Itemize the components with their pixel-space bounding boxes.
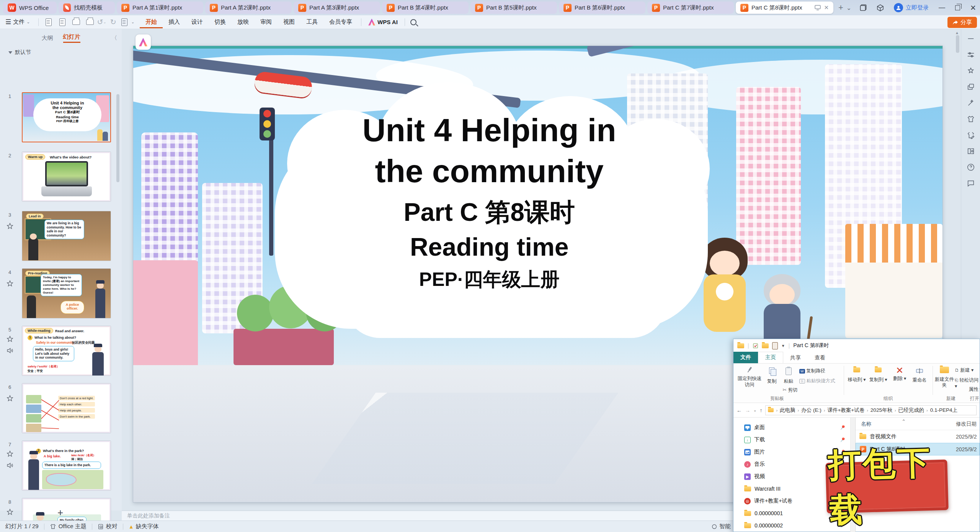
copy-to-button[interactable]: 复制到 ▾ — [868, 367, 888, 383]
tab-doc-1[interactable]: PPart A 第1课时.pptx — [117, 2, 203, 14]
explorer-tab-home[interactable]: 主页 — [758, 352, 783, 363]
print-preview-button[interactable] — [85, 18, 95, 27]
animation-star-icon[interactable] — [6, 280, 14, 287]
explorer-tab-share[interactable]: 共享 — [783, 352, 808, 363]
back-icon[interactable]: ← — [737, 407, 742, 413]
tab-view[interactable]: 视图 — [278, 16, 301, 28]
crumb-this-pc[interactable]: 此电脑 — [780, 407, 795, 414]
undo-button[interactable]: ↺ — [97, 18, 103, 26]
wps-ai-button[interactable]: WPS AI — [368, 19, 398, 26]
column-date[interactable]: 修改日期 — [956, 421, 977, 428]
audio-icon[interactable] — [6, 462, 14, 469]
tab-docer[interactable]: 找稻壳模板 — [59, 2, 115, 14]
close-tab-icon[interactable]: ✕ — [824, 4, 829, 11]
tab-doc-4[interactable]: PPart B 第4课时.pptx — [382, 2, 469, 14]
tab-member[interactable]: 会员专享 — [323, 16, 358, 28]
layout-shapes-icon[interactable] — [967, 83, 975, 91]
animation-star-icon[interactable] — [6, 450, 14, 458]
theme-edit-icon[interactable] — [967, 131, 975, 139]
slide-thumbnail-3[interactable]: Lead in We are living in a big community… — [22, 211, 111, 261]
effects-star-icon[interactable] — [967, 67, 975, 75]
file-menu-button[interactable]: ☰文件⌄ — [0, 18, 35, 26]
tab-insert[interactable]: 插入 — [163, 16, 186, 28]
format-painter-chevron-icon[interactable]: ⌄ — [131, 20, 134, 24]
tab-tools[interactable]: 工具 — [301, 16, 323, 28]
qat-properties-icon[interactable] — [753, 343, 758, 349]
slide-thumbnail-6[interactable]: Look, read and match. Match the pictures… — [22, 383, 111, 433]
forward-icon[interactable]: → — [745, 407, 750, 413]
present-monitor-icon[interactable] — [815, 5, 821, 10]
tab-list-chevron-icon[interactable]: ⌄ — [846, 4, 851, 11]
column-name[interactable]: 名称 — [861, 421, 871, 428]
reader-book-icon[interactable] — [967, 147, 975, 155]
new-folder-button[interactable]: 新建文件夹 — [935, 367, 954, 388]
tab-doc-2[interactable]: PPart A 第2课时.pptx — [205, 2, 292, 14]
missing-font-button[interactable]: 缺失字体 — [136, 523, 159, 530]
tab-design[interactable]: 设计 — [186, 16, 209, 28]
theme-button[interactable]: Office 主题 — [59, 523, 87, 530]
crumb-folder[interactable]: 已经完成的 — [898, 407, 924, 414]
cut-button[interactable]: ✂ 剪切 — [779, 387, 801, 393]
minimize-button[interactable]: — — [939, 4, 945, 11]
login-button[interactable]: 立即登录 — [894, 3, 929, 12]
tab-doc-5[interactable]: PPart B 第5课时.pptx — [470, 2, 557, 14]
smart-beautify-button[interactable]: 智能 — [711, 523, 731, 530]
workspace-icon[interactable] — [860, 4, 867, 11]
copy-button[interactable]: 复制 — [764, 367, 779, 385]
tab-doc-8-active[interactable]: P Part C 第8课时.pptx ✕ — [736, 2, 833, 14]
animation-star-icon[interactable] — [6, 222, 14, 230]
tab-wps-home[interactable]: WWPS Office — [3, 2, 57, 14]
animation-star-icon[interactable] — [6, 508, 14, 516]
crumb-folder[interactable]: 2025年秋 — [871, 407, 892, 414]
crumb-folder[interactable]: 0.1-PEP4上 — [930, 407, 957, 414]
tab-doc-3[interactable]: PPart A 第3课时.pptx — [294, 2, 380, 14]
explorer-tab-file[interactable]: 文件 — [733, 352, 758, 363]
beautify-wand-icon[interactable] — [967, 99, 975, 107]
sort-asc-icon[interactable]: ⌃ — [902, 418, 906, 424]
share-button[interactable]: 分享 — [947, 17, 977, 28]
sidebar-scrollbar[interactable] — [116, 94, 119, 182]
explorer-tab-view[interactable]: 查看 — [808, 352, 832, 363]
help-icon[interactable] — [967, 163, 975, 171]
paste-button[interactable]: 粘贴 — [781, 367, 796, 385]
add-slide-button[interactable]: + — [57, 507, 63, 519]
proof-button[interactable]: 校对 — [106, 523, 118, 530]
crumb-drive[interactable]: 办公 (E:) — [801, 407, 822, 414]
copy-path-button[interactable]: W 复制路径 — [799, 368, 838, 374]
collapse-panel-icon[interactable]: 〈 — [111, 34, 117, 42]
format-painter-button[interactable] — [119, 18, 129, 27]
slide-thumbnail-4[interactable]: Pre-reading Today, I'm happy to invite (… — [22, 268, 111, 318]
animation-star-icon[interactable] — [6, 335, 14, 343]
comment-icon[interactable] — [967, 179, 975, 188]
design-theme-icon[interactable] — [967, 115, 975, 123]
integration-cube-icon[interactable] — [877, 4, 884, 11]
new-item-button[interactable]: 🗋 新建 ▾ — [955, 367, 978, 374]
scroll-up-icon[interactable]: ▲ — [955, 31, 959, 35]
export-button[interactable] — [57, 18, 67, 27]
qat-newfolder-icon[interactable] — [762, 343, 769, 348]
slide-title-block[interactable]: Unit 4 Helping in the community Part C 第… — [271, 110, 708, 298]
properties-button[interactable]: 属性 ▾ — [968, 387, 980, 393]
new-tab-button[interactable]: + — [838, 3, 843, 13]
redo-button[interactable]: ↻ — [110, 18, 116, 26]
print-button[interactable] — [71, 18, 81, 27]
tree-item-desktop[interactable]: 桌面📍 — [733, 421, 850, 434]
slide-thumbnail-7[interactable]: Read and answer. 2 What's there in the p… — [22, 441, 111, 491]
tab-home[interactable]: 开始 — [140, 16, 163, 28]
slide-thumbnail-2[interactable]: Warm up What's the video about? — [22, 152, 111, 202]
restore-button[interactable] — [955, 5, 960, 10]
up-icon[interactable]: ↑ — [760, 407, 762, 413]
explorer-title-bar[interactable]: | ▼ | Part C 第8课时 — [733, 339, 980, 352]
section-header[interactable]: 默认节 — [0, 47, 122, 57]
breadcrumb[interactable]: ›此电脑 ›办公 (E:) ›课件+教案+试卷 ›2025年秋 ›已经完成的 ›… — [765, 405, 977, 415]
qat-customize-chevron-icon[interactable]: ▼ — [781, 344, 785, 348]
close-window-button[interactable]: ✕ — [970, 3, 976, 12]
search-icon[interactable] — [410, 19, 416, 25]
delete-button[interactable]: ✕删除 ▾ — [891, 367, 908, 382]
animation-star-icon[interactable] — [6, 395, 14, 402]
rename-button[interactable]: 重命名 — [909, 367, 930, 383]
pin-quick-access-button[interactable]: 固定到快速访问 — [737, 367, 762, 388]
adjust-sliders-icon[interactable] — [967, 51, 975, 59]
slide-thumbnail-1[interactable]: Unit 4 Helping in the community Part C 第… — [22, 92, 111, 142]
slides-tab[interactable]: 幻灯片 — [63, 33, 80, 43]
